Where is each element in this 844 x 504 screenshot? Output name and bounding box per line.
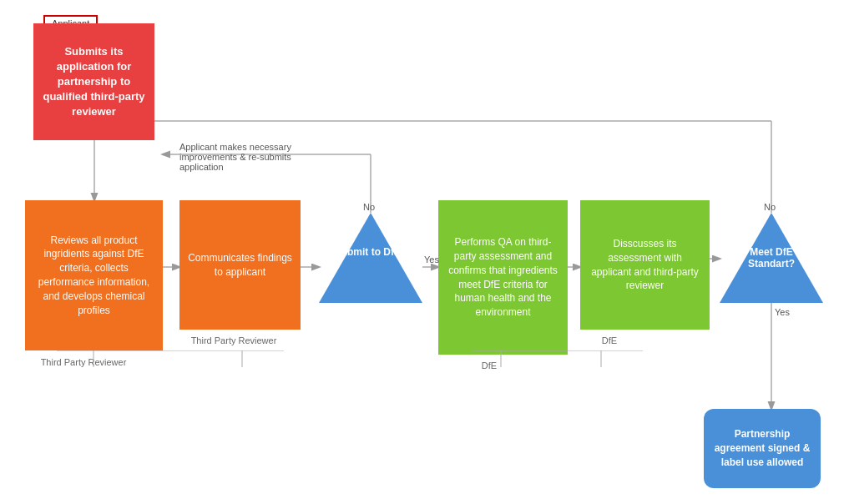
applicant-box: Submits its application for partnership … bbox=[33, 23, 154, 140]
submit-no-label: No bbox=[363, 202, 375, 212]
submit-triangle: Submit to DfE? bbox=[319, 213, 422, 303]
green1-text: Performs QA on third-party assessment an… bbox=[447, 235, 559, 320]
meet-yes-label: Yes bbox=[775, 307, 790, 317]
green-box-2: Disscusses its assessment with applicant… bbox=[580, 200, 710, 330]
orange2-text: Communicates findings to applicant bbox=[188, 251, 292, 280]
meet-no-label: No bbox=[764, 202, 776, 212]
meet-yes-text: Yes bbox=[775, 307, 790, 317]
role-third-party-1: Third Party Reviewer bbox=[33, 357, 134, 367]
applicant-makes-label: Applicant makes necessary improvements &… bbox=[179, 142, 309, 172]
role-third-party-2: Third Party Reviewer bbox=[184, 335, 284, 345]
orange-box-1: Reviews all product ingridients against … bbox=[25, 200, 163, 350]
meet-triangle-label: Meet DfE Standart? bbox=[730, 246, 813, 270]
diagram-container: Applicant Submits its application for pa… bbox=[0, 0, 844, 504]
blue-box: Partnership agreement signed & label use… bbox=[704, 409, 821, 488]
applicant-makes-text: Applicant makes necessary improvements &… bbox=[179, 142, 291, 172]
role-third-party-2-text: Third Party Reviewer bbox=[191, 335, 277, 345]
submit-triangle-label: Submit to DfE? bbox=[329, 246, 412, 258]
role-dfe-2-text: DfE bbox=[602, 335, 617, 345]
submit-triangle-shape bbox=[319, 213, 422, 303]
meet-triangle: Meet DfE Standart? bbox=[720, 213, 823, 303]
applicant-text: Submits its application for partnership … bbox=[42, 44, 146, 120]
green2-text: Disscusses its assessment with applicant… bbox=[589, 237, 701, 293]
orange1-text: Reviews all product ingridients against … bbox=[33, 234, 154, 318]
blue-text: Partnership agreement signed & label use… bbox=[712, 427, 812, 469]
green-box-1: Performs QA on third-party assessment an… bbox=[438, 200, 568, 355]
role-dfe-2: DfE bbox=[584, 335, 634, 345]
submit-yes-label: Yes bbox=[424, 255, 439, 265]
submit-no-text: No bbox=[363, 202, 375, 212]
role-dfe-1-text: DfE bbox=[482, 360, 497, 370]
role-dfe-1: DfE bbox=[464, 360, 514, 370]
meet-no-text: No bbox=[764, 202, 776, 212]
orange-box-2: Communicates findings to applicant bbox=[179, 200, 301, 330]
role-third-party-1-text: Third Party Reviewer bbox=[41, 357, 127, 367]
submit-yes-text: Yes bbox=[424, 255, 439, 265]
